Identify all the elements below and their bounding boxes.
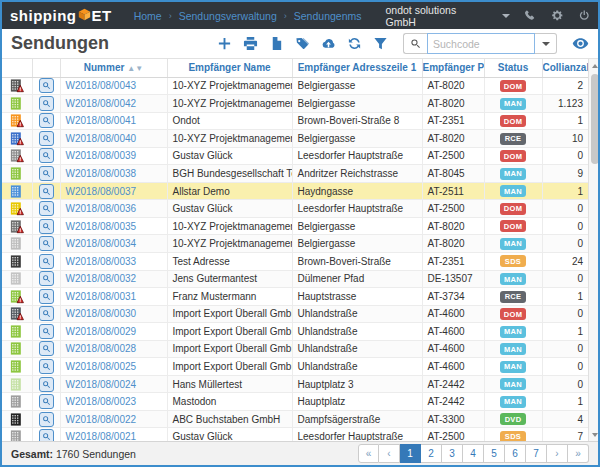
table-row[interactable]: W2018/08/0028Import Export Überall GmbHU… (2, 340, 588, 358)
shipment-number-link[interactable]: W2018/08/0032 (66, 273, 137, 284)
detail-button[interactable] (39, 201, 54, 216)
column-header-collianzahl[interactable]: Collianzahl (542, 59, 588, 77)
pagination-page-button[interactable]: 6 (505, 444, 526, 463)
table-row[interactable]: W2018/08/004210-XYZ Projektmanagement Gm… (2, 95, 588, 113)
table-row[interactable]: W2018/08/0024Hans MüllertestHauptplatz 3… (2, 375, 588, 393)
detail-button[interactable] (39, 96, 54, 111)
shipment-number-link[interactable]: W2018/08/0041 (66, 115, 137, 126)
shipment-number-link[interactable]: W2018/08/0024 (66, 379, 137, 390)
shipment-number-link[interactable]: W2018/08/0038 (66, 168, 137, 179)
user-link[interactable]: ms (348, 10, 362, 22)
shipment-number-link[interactable]: W2018/08/0031 (66, 291, 137, 302)
shipment-number-link[interactable]: W2018/08/0023 (66, 396, 137, 407)
breadcrumb-sendungen[interactable]: Sendungen (294, 10, 348, 22)
table-row[interactable]: W2018/08/0032Jens GutermantestDülmener P… (2, 270, 588, 288)
detail-button[interactable] (39, 324, 54, 339)
pagination-nav-button[interactable]: » (568, 444, 589, 463)
detail-button[interactable] (39, 271, 54, 286)
tags-icon[interactable] (295, 36, 310, 51)
detail-button[interactable] (39, 412, 54, 427)
detail-button[interactable] (39, 148, 54, 163)
column-header-nummer[interactable]: Nummer▲▼ (60, 59, 167, 77)
detail-button[interactable] (39, 394, 54, 409)
table-row[interactable]: W2018/08/0039Gustav GlückLeesdorfer Haup… (2, 147, 588, 165)
column-header-empfaenger-name[interactable]: Empfänger Name (167, 59, 292, 77)
shipment-number-link[interactable]: W2018/08/0028 (66, 343, 137, 354)
detail-button[interactable] (39, 113, 54, 128)
scroll-down-button[interactable] (589, 428, 599, 441)
table-row[interactable]: W2018/08/0021Gustav GlückLeesdorfer Haup… (2, 428, 588, 441)
table-row[interactable]: W2018/08/0023MastodonHauptplatzAT-2442MA… (2, 393, 588, 411)
table-row[interactable]: W2018/08/0037Allstar DemoHaydngasseAT-25… (2, 182, 588, 200)
document-icon[interactable] (269, 36, 284, 51)
table-row[interactable]: W2018/08/003510-XYZ Projektmanagement Gm… (2, 217, 588, 235)
detail-button[interactable] (39, 377, 54, 392)
shipment-number-link[interactable]: W2018/08/0034 (66, 238, 137, 249)
table-row[interactable]: W2018/08/0041OndotBrown-Boveri-Straße 8A… (2, 112, 588, 130)
pagination-nav-button[interactable]: › (547, 444, 568, 463)
table-row[interactable]: W2018/08/0031Franz MustermannHauptstrass… (2, 288, 588, 306)
pagination-page-button[interactable]: 5 (484, 444, 505, 463)
detail-button[interactable] (39, 429, 54, 441)
scrollbar-track[interactable] (589, 72, 599, 428)
table-row[interactable]: W2018/08/004310-XYZ Projektmanagement Gm… (2, 77, 588, 95)
power-icon[interactable] (578, 9, 591, 22)
shipment-number-link[interactable]: W2018/08/0025 (66, 361, 137, 372)
pagination-nav-button[interactable]: ‹ (379, 444, 400, 463)
shipment-number-link[interactable]: W2018/08/0033 (66, 256, 137, 267)
search-button[interactable] (403, 33, 427, 54)
shipment-number-link[interactable]: W2018/08/0040 (66, 133, 137, 144)
table-row[interactable]: W2018/08/0038BGH Bundesgesellschaft Test… (2, 165, 588, 183)
shipment-number-link[interactable]: W2018/08/0035 (66, 221, 137, 232)
shipment-number-link[interactable]: W2018/08/0043 (66, 80, 137, 91)
vertical-scrollbar[interactable] (588, 59, 598, 441)
search-dropdown-button[interactable] (535, 33, 557, 54)
shipment-number-link[interactable]: W2018/08/0022 (66, 414, 137, 425)
table-row[interactable]: W2018/08/0025Import Export Überall GmbHU… (2, 358, 588, 376)
detail-button[interactable] (39, 166, 54, 181)
shipment-number-link[interactable]: W2018/08/0036 (66, 203, 137, 214)
pagination-page-button[interactable]: 2 (421, 444, 442, 463)
table-row[interactable]: W2018/08/0029Import Export Überall GmbHU… (2, 323, 588, 341)
detail-button[interactable] (39, 184, 54, 199)
table-row[interactable]: W2018/08/0030Import Export Überall GmbHU… (2, 305, 588, 323)
table-row[interactable]: W2018/08/0036Gustav GlückLeesdorfer Haup… (2, 200, 588, 218)
table-row[interactable]: W2018/08/0022ABC Buchstaben GmbHDampfsäg… (2, 410, 588, 428)
eye-icon[interactable] (572, 35, 589, 52)
scroll-up-button[interactable] (589, 59, 599, 72)
gear-icon[interactable] (551, 9, 564, 22)
shipment-number-link[interactable]: W2018/08/0042 (66, 98, 137, 109)
cloud-upload-icon[interactable] (321, 36, 336, 51)
breadcrumb-sendungsverwaltung[interactable]: Sendungsverwaltung (179, 10, 277, 22)
detail-button[interactable] (39, 359, 54, 374)
shipment-number-link[interactable]: W2018/08/0021 (66, 431, 137, 441)
breadcrumb-home[interactable]: Home (134, 10, 162, 22)
table-row[interactable]: W2018/08/0033Test AdresseBrown-Boveri-St… (2, 252, 588, 270)
detail-button[interactable] (39, 236, 54, 251)
detail-button[interactable] (39, 131, 54, 146)
detail-button[interactable] (39, 78, 54, 93)
table-row[interactable]: W2018/08/004010-XYZ Projektmanagement Gm… (2, 130, 588, 148)
detail-button[interactable] (39, 254, 54, 269)
shipment-number-link[interactable]: W2018/08/0039 (66, 150, 137, 161)
table-row[interactable]: W2018/08/003410-XYZ Projektmanagement Gm… (2, 235, 588, 253)
shipment-number-link[interactable]: W2018/08/0030 (66, 308, 137, 319)
company-dropdown[interactable]: ondot solutions GmbH (386, 4, 511, 28)
pagination-page-button[interactable]: 1 (400, 444, 421, 463)
print-icon[interactable] (243, 36, 258, 51)
detail-button[interactable] (39, 219, 54, 234)
refresh-icon[interactable] (347, 36, 362, 51)
pagination-nav-button[interactable]: « (358, 444, 379, 463)
shipment-number-link[interactable]: W2018/08/0037 (66, 186, 137, 197)
pagination-page-button[interactable]: 3 (442, 444, 463, 463)
shipment-number-link[interactable]: W2018/08/0029 (66, 326, 137, 337)
column-header-plz[interactable]: Empfänger PLZ (422, 59, 484, 77)
detail-button[interactable] (39, 306, 54, 321)
search-input[interactable] (427, 33, 535, 54)
brand-logo[interactable]: shippingET (10, 7, 112, 24)
column-header-adresszeile[interactable]: Empfänger Adresszeile 1 (292, 59, 422, 77)
detail-button[interactable] (39, 289, 54, 304)
detail-button[interactable] (39, 341, 54, 356)
scrollbar-thumb[interactable] (591, 74, 599, 164)
column-header-status[interactable]: Status (484, 59, 542, 77)
